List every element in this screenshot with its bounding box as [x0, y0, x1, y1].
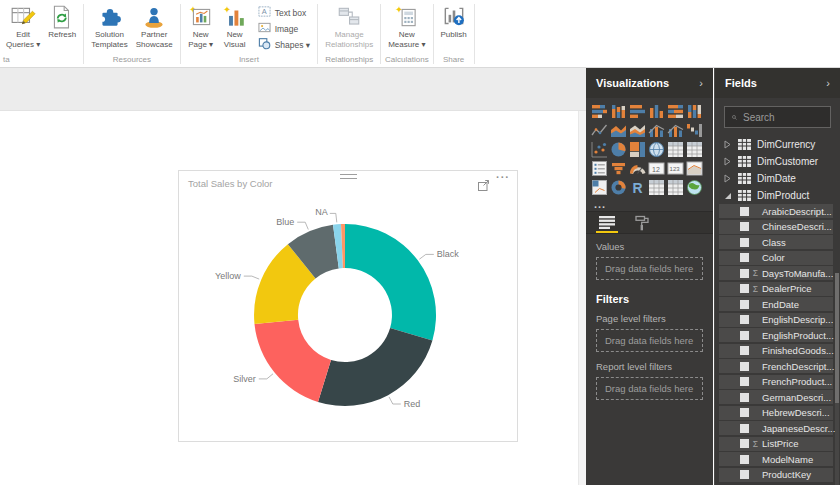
publish-button[interactable]: Publish [437, 0, 471, 40]
clustered-column-chart-icon[interactable] [648, 103, 665, 120]
field-checkbox[interactable] [740, 470, 749, 479]
new-visual-button[interactable]: ✦NewVisual [218, 0, 252, 50]
report-filters-drop-zone[interactable]: Drag data fields here [596, 377, 703, 400]
manage-relationships-button[interactable]: ManageRelationships [321, 0, 377, 50]
field-table-dimdate[interactable]: DimDate [715, 170, 840, 187]
expand-icon[interactable] [724, 174, 732, 183]
field-checkbox[interactable] [740, 253, 749, 262]
donut-chart[interactable]: BlackRedSilverYellowBlueNA [179, 190, 517, 440]
visual-more-options[interactable]: ··· [496, 171, 510, 183]
100-stacked-column-chart-icon[interactable] [686, 103, 703, 120]
field-item-japanesedescr-[interactable]: JapaneseDescr... [719, 421, 833, 435]
field-checkbox[interactable] [740, 393, 749, 402]
image-button[interactable]: Image [258, 22, 310, 35]
clustered-bar-chart-icon[interactable] [629, 103, 646, 120]
stacked-bar-chart-icon[interactable] [591, 103, 608, 120]
kpi-icon[interactable] [686, 160, 703, 177]
waterfall-chart-icon[interactable] [686, 122, 703, 139]
field-checkbox[interactable] [740, 377, 749, 386]
field-item-class[interactable]: Class [719, 235, 833, 249]
line-stacked-column-chart-icon[interactable] [648, 122, 665, 139]
gauge-icon[interactable] [629, 160, 646, 177]
field-item-germandescri-[interactable]: GermanDescri... [719, 390, 833, 404]
table-2-icon[interactable] [648, 179, 665, 196]
collapse-fields-panel-icon[interactable]: › [826, 77, 830, 89]
field-checkbox[interactable] [740, 439, 749, 448]
field-checkbox[interactable] [740, 300, 749, 309]
expand-icon[interactable] [724, 140, 732, 149]
field-item-listprice[interactable]: ΣListPrice [719, 437, 833, 451]
expand-icon[interactable] [724, 157, 732, 166]
donut-slice-red[interactable] [318, 328, 432, 406]
multi-row-card-icon[interactable]: 123 [667, 160, 684, 177]
field-checkbox[interactable] [740, 269, 749, 278]
field-item-finishedgoods-[interactable]: FinishedGoods... [719, 344, 833, 358]
matrix-icon[interactable] [686, 141, 703, 158]
collapse-icon[interactable] [724, 192, 732, 200]
shapes-button[interactable]: Shapes ▾ [258, 38, 310, 51]
field-checkbox[interactable] [740, 238, 749, 247]
field-item-englishproduct-[interactable]: EnglishProduct... [719, 328, 833, 342]
field-item-arabicdescript-[interactable]: ArabicDescript... [719, 204, 833, 218]
visual-drag-handle[interactable] [340, 174, 357, 179]
canvas-scrollbar[interactable] [578, 111, 586, 485]
field-checkbox[interactable] [740, 424, 749, 433]
100-stacked-bar-chart-icon[interactable] [667, 103, 684, 120]
donut-chart-icon[interactable] [610, 179, 627, 196]
funnel-chart-icon[interactable] [610, 160, 627, 177]
search-input[interactable] [743, 112, 823, 123]
new-measure-button[interactable]: ✦NewMeasure ▾ [384, 0, 429, 50]
field-checkbox[interactable] [740, 207, 749, 216]
field-checkbox[interactable] [740, 222, 749, 231]
edit-queries-button[interactable]: EditQueries ▾ [2, 0, 44, 50]
pie-chart-icon[interactable] [610, 141, 627, 158]
area-chart-icon[interactable] [610, 122, 627, 139]
page-filters-drop-zone[interactable]: Drag data fields here [596, 329, 703, 352]
field-item-dealerprice[interactable]: ΣDealerPrice [719, 282, 833, 296]
more-visuals-button[interactable]: ... [586, 198, 713, 211]
treemap-icon[interactable] [629, 141, 646, 158]
field-item-daystomanufa-[interactable]: ΣDaysToManufa... [719, 266, 833, 280]
values-drop-zone[interactable]: Drag data fields here [596, 257, 703, 280]
field-item-chinesedescri-[interactable]: ChineseDescri... [719, 220, 833, 234]
donut-slice-black[interactable] [345, 224, 436, 340]
field-item-modelname[interactable]: ModelName [719, 452, 833, 466]
fields-scrollbar[interactable] [835, 273, 839, 485]
table-icon[interactable] [667, 141, 684, 158]
field-item-frenchproduct-[interactable]: FrenchProduct... [719, 375, 833, 389]
field-table-dimcustomer[interactable]: DimCustomer [715, 153, 840, 170]
field-checkbox[interactable] [740, 362, 749, 371]
field-checkbox[interactable] [740, 284, 749, 293]
field-checkbox[interactable] [740, 331, 749, 340]
map-icon[interactable] [648, 141, 665, 158]
format-tab[interactable] [635, 212, 649, 233]
line-chart-icon[interactable] [591, 122, 608, 139]
fields-well-tab[interactable] [599, 212, 615, 233]
slicer-icon[interactable] [591, 160, 608, 177]
field-checkbox[interactable] [740, 455, 749, 464]
solution-templates-button[interactable]: SolutionTemplates [87, 0, 131, 50]
focus-mode-icon[interactable] [478, 177, 490, 188]
kpi-flag-icon[interactable] [591, 179, 608, 196]
scatter-chart-icon[interactable] [591, 141, 608, 158]
field-table-dimproduct[interactable]: DimProduct [715, 187, 840, 204]
line-clustered-column-chart-icon[interactable] [667, 122, 684, 139]
field-item-englishdescrip-[interactable]: EnglishDescrip... [719, 313, 833, 327]
text-box-button[interactable]: AText box [258, 6, 310, 19]
matrix-2-icon[interactable] [667, 179, 684, 196]
field-table-dimcurrency[interactable]: DimCurrency [715, 136, 840, 153]
fields-search-box[interactable] [724, 106, 831, 128]
fields-scrollbar-thumb[interactable] [835, 273, 839, 403]
field-item-frenchdescript-[interactable]: FrenchDescript... [719, 359, 833, 373]
arcgis-map-icon[interactable] [686, 179, 703, 196]
stacked-column-chart-icon[interactable] [610, 103, 627, 120]
refresh-button[interactable]: Refresh [44, 0, 80, 40]
partner-showcase-button[interactable]: PartnerShowcase [132, 0, 177, 50]
visual-container[interactable]: Total Sales by Color ··· BlackRedSilverY… [178, 170, 518, 442]
collapse-panel-icon[interactable]: › [699, 77, 703, 89]
stacked-area-chart-icon[interactable] [629, 122, 646, 139]
new-page-button[interactable]: ✦NewPage ▾ [184, 0, 218, 50]
card-icon[interactable]: 12 [648, 160, 665, 177]
field-item-productkey[interactable]: ProductKey [719, 468, 833, 482]
donut-slice-silver[interactable] [255, 320, 332, 402]
